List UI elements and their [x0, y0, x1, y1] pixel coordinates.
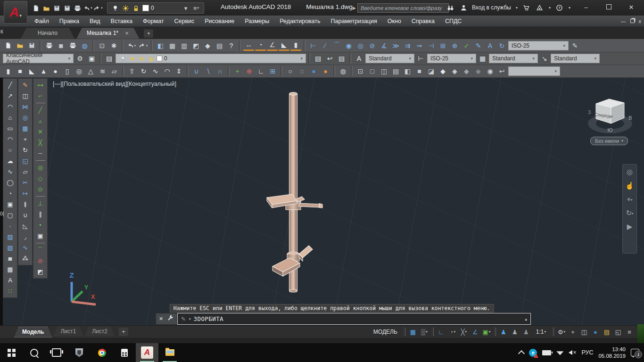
- pan-icon[interactable]: ☝: [625, 181, 634, 190]
- layer-states-icon[interactable]: ▤: [336, 53, 347, 64]
- zoom-icon-caret[interactable]: ▾: [631, 198, 632, 201]
- signin-person-icon[interactable]: [459, 3, 468, 12]
- dim-baseline-button[interactable]: ⇉: [402, 40, 413, 51]
- snap-from-button[interactable]: ⌐: [35, 91, 46, 101]
- doc-restore-button[interactable]: [630, 18, 635, 24]
- dim-style-icon[interactable]: ⊢: [415, 53, 426, 64]
- snap-perpendicular-button[interactable]: ⊥: [35, 198, 46, 208]
- maximize-button[interactable]: [603, 4, 614, 11]
- minimize-button[interactable]: –: [581, 4, 591, 11]
- render-button[interactable]: ◆: [202, 40, 213, 51]
- helix-button[interactable]: ≋: [97, 66, 108, 77]
- snap-parallel-button[interactable]: ∥: [35, 209, 46, 219]
- snap-none-button[interactable]: ⊘: [35, 256, 46, 266]
- command-options-caret-icon[interactable]: ▾: [189, 317, 191, 321]
- app-store-cart-icon[interactable]: [521, 3, 531, 12]
- mleader-style-icon[interactable]: ↘: [539, 53, 550, 64]
- temp-track-point-button[interactable]: ⊶: [35, 80, 46, 90]
- menu-item[interactable]: Вид: [84, 16, 106, 27]
- taskbar-chrome-button[interactable]: [91, 343, 113, 362]
- polar-tracking-button[interactable]: ◔▾: [447, 327, 458, 337]
- measure-angle-button[interactable]: ∠: [267, 40, 278, 51]
- layer-vp-freeze-icon[interactable]: [138, 55, 145, 62]
- table-style-combo[interactable]: Standard▾: [489, 54, 538, 63]
- offset-button[interactable]: ◎: [20, 113, 31, 123]
- command-history-expand-icon[interactable]: ▴: [525, 317, 527, 321]
- close-tab-icon[interactable]: ✕: [125, 31, 129, 36]
- task-view-button[interactable]: [45, 343, 68, 362]
- object-snap-tracking-button[interactable]: ∠: [470, 327, 480, 337]
- tool-combo[interactable]: ▾: [508, 66, 560, 76]
- dim-update-button[interactable]: ↻: [496, 40, 507, 51]
- mtext-button[interactable]: A: [5, 275, 16, 285]
- named-views-button[interactable]: ▦: [167, 40, 178, 51]
- wedge-button[interactable]: ◣: [26, 66, 37, 77]
- point-style-button[interactable]: ∷: [5, 286, 16, 296]
- array-button[interactable]: ▦: [20, 123, 31, 133]
- gradient-button[interactable]: ▧: [5, 243, 16, 253]
- hardware-acceleration-button[interactable]: ●: [590, 327, 601, 337]
- layer-color-swatch[interactable]: [157, 56, 162, 61]
- viewports-button[interactable]: ◧: [155, 40, 166, 51]
- mleader-style-combo[interactable]: Standard▾: [551, 54, 600, 63]
- web-publish-button[interactable]: ◍: [79, 40, 90, 51]
- dim-check-button[interactable]: ✓: [461, 40, 472, 51]
- ellipse-arc-button[interactable]: ◔: [5, 189, 16, 198]
- command-line-grip[interactable]: ✕: [156, 313, 177, 325]
- dim-break-button[interactable]: ⊣: [426, 40, 437, 51]
- blend-button[interactable]: ∿: [20, 243, 31, 253]
- chamfer-button[interactable]: ◺: [20, 221, 31, 231]
- add-cleanup-button[interactable]: +: [568, 327, 578, 337]
- layer-on-icon[interactable]: [110, 3, 120, 13]
- snap-quadrant-button[interactable]: ◇: [35, 173, 46, 183]
- planar-surface-button[interactable]: ▱: [109, 66, 120, 77]
- close-button[interactable]: ✕: [626, 4, 636, 11]
- presentation-icon[interactable]: ⊡: [355, 66, 366, 77]
- construction-line-button[interactable]: ↗: [5, 91, 16, 101]
- menu-item[interactable]: Сервис: [169, 16, 199, 27]
- render-camera-icon[interactable]: ◉: [485, 66, 495, 77]
- array-3d-button[interactable]: ⊞: [267, 66, 278, 77]
- command-close-icon[interactable]: ✕: [159, 316, 163, 322]
- polygon-button[interactable]: ⌂: [5, 113, 16, 123]
- save-as-button[interactable]: [62, 3, 72, 13]
- break-button[interactable]: ≬: [20, 199, 31, 209]
- snap-tangent-button[interactable]: ⊙: [35, 184, 46, 194]
- torus-button[interactable]: ◎: [74, 66, 84, 77]
- recent-commands-icon[interactable]: ✎: [181, 316, 186, 322]
- search-icon[interactable]: [446, 3, 455, 12]
- visual-style-wireframe-icon[interactable]: ○: [285, 66, 296, 77]
- layout-tab[interactable]: Лист1: [53, 327, 83, 337]
- menu-item[interactable]: Размеры: [239, 16, 274, 27]
- annotation-scale-icon[interactable]: ♟: [521, 327, 531, 337]
- menu-item[interactable]: Параметризация: [326, 16, 382, 27]
- a360-share-icon[interactable]: [535, 3, 544, 12]
- text-style-icon[interactable]: A: [354, 53, 364, 64]
- fillet-button[interactable]: ◞: [20, 232, 31, 242]
- layer-thaw-icon[interactable]: [128, 55, 136, 62]
- gem-icon-3[interactable]: ◆: [461, 66, 472, 77]
- redo-button-caret[interactable]: ▾: [146, 44, 148, 48]
- dim-text-edit-button[interactable]: A: [485, 40, 495, 51]
- visual-style-box-wire-icon[interactable]: ◫: [379, 66, 389, 77]
- box-button[interactable]: ■: [15, 66, 25, 77]
- save-button[interactable]: [26, 40, 37, 51]
- start-button[interactable]: [0, 343, 23, 362]
- undo-button-caret[interactable]: ▾: [134, 44, 136, 48]
- etransmit-button[interactable]: ⊡: [97, 40, 107, 51]
- snap-center-button[interactable]: ◎: [35, 163, 46, 173]
- dim-angular-button[interactable]: ∡: [379, 40, 389, 51]
- new-button[interactable]: [31, 3, 41, 13]
- cylinder-button[interactable]: ▯: [62, 66, 73, 77]
- autosave-button[interactable]: ▤: [602, 327, 612, 337]
- redo-button[interactable]: ▾: [138, 40, 149, 51]
- mirror-button[interactable]: ⋈: [20, 102, 31, 112]
- menu-item[interactable]: Правка: [54, 16, 84, 27]
- visual-style-box-realistic-icon[interactable]: ◧: [402, 66, 413, 77]
- render-region-icon[interactable]: ◍: [338, 66, 348, 77]
- new-layout-button[interactable]: +: [119, 328, 128, 336]
- visual-style-shaded-icon[interactable]: ●: [308, 66, 319, 77]
- tray-expand-icon[interactable]: [518, 350, 525, 357]
- customization-gear-button-caret[interactable]: ▾: [564, 330, 566, 334]
- plot-button[interactable]: [44, 40, 55, 51]
